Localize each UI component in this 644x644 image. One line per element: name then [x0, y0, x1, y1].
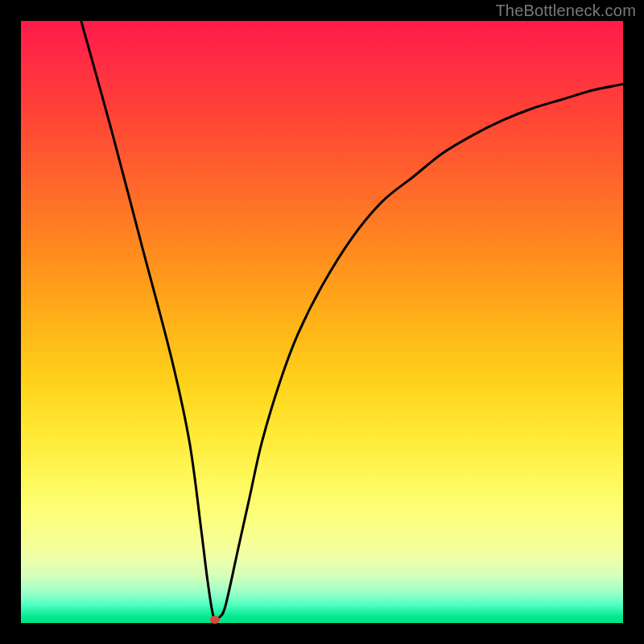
bottleneck-curve [21, 21, 623, 623]
chart-frame: TheBottleneck.com [0, 0, 644, 644]
plot-area [21, 21, 623, 623]
watermark-text: TheBottleneck.com [495, 2, 636, 20]
optimal-point-marker [210, 616, 220, 624]
